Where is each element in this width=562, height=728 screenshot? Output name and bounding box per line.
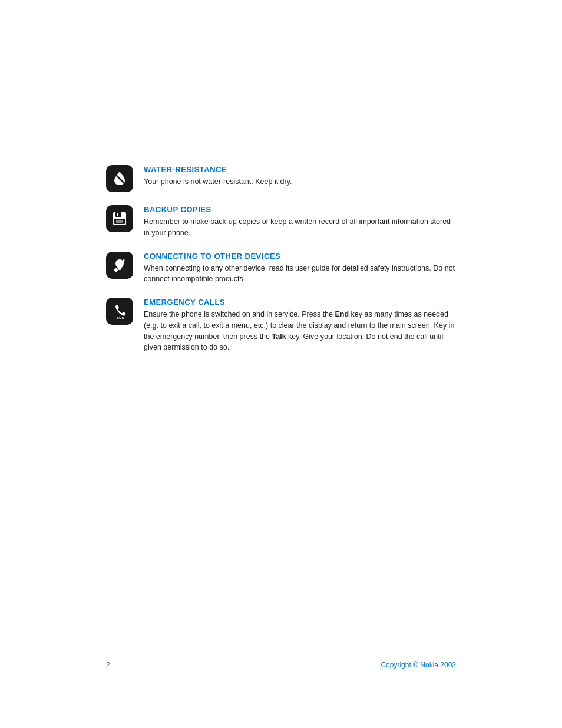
backup-copies-icon-box (106, 205, 133, 232)
connecting-devices-content: CONNECTING TO OTHER DEVICES When connect… (144, 252, 456, 285)
section-connecting-devices: CONNECTING TO OTHER DEVICES When connect… (106, 252, 456, 285)
backup-copies-text: Remember to make back-up copies or keep … (144, 216, 456, 239)
water-resistance-text: Your phone is not water-resistant. Keep … (144, 176, 456, 187)
copyright-text: Copyright © Nokia 2003 (381, 661, 456, 669)
connect-icon (111, 256, 128, 274)
emergency-calls-content: EMERGENCY CALLS Ensure the phone is swit… (144, 298, 456, 353)
backup-copies-title: BACKUP COPIES (144, 205, 456, 214)
sos-icon: SOS (111, 302, 128, 320)
section-water-resistance: WATER-RESISTANCE Your phone is not water… (106, 165, 456, 192)
emergency-calls-text: Ensure the phone is switched on and in s… (144, 309, 456, 353)
talk-key-label: Talk (272, 332, 286, 341)
svg-text:SOS: SOS (117, 316, 124, 319)
svg-rect-5 (116, 220, 123, 223)
svg-point-10 (114, 268, 118, 272)
water-resistance-icon-box (106, 165, 133, 192)
connecting-devices-text: When connecting to any other device, rea… (144, 263, 456, 285)
water-icon (111, 170, 128, 187)
emergency-calls-title: EMERGENCY CALLS (144, 298, 456, 307)
water-resistance-title: WATER-RESISTANCE (144, 165, 456, 174)
water-resistance-content: WATER-RESISTANCE Your phone is not water… (144, 165, 456, 187)
svg-rect-7 (118, 259, 119, 262)
svg-rect-2 (115, 212, 121, 217)
page-footer: 2 Copyright © Nokia 2003 (0, 661, 562, 669)
emergency-calls-icon-box: SOS (106, 298, 133, 325)
page-content: WATER-RESISTANCE Your phone is not water… (0, 0, 562, 413)
section-backup-copies: BACKUP COPIES Remember to make back-up c… (106, 205, 456, 239)
section-emergency-calls: SOS EMERGENCY CALLS Ensure the phone is … (106, 298, 456, 353)
connecting-devices-icon-box (106, 252, 133, 279)
end-key-label: End (335, 310, 349, 318)
connecting-devices-title: CONNECTING TO OTHER DEVICES (144, 252, 456, 261)
backup-copies-content: BACKUP COPIES Remember to make back-up c… (144, 205, 456, 239)
page-number: 2 (106, 661, 110, 669)
svg-rect-9 (118, 267, 121, 270)
backup-icon (111, 210, 128, 228)
svg-rect-3 (117, 213, 118, 216)
